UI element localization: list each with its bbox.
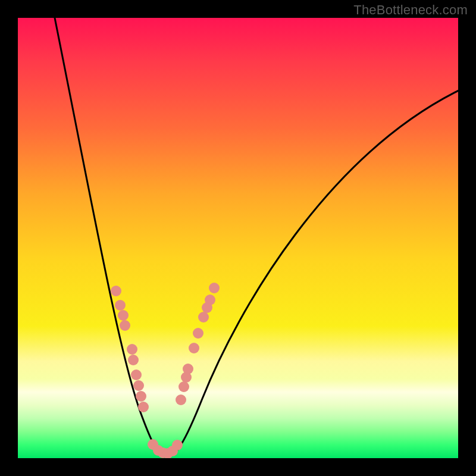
outer-frame: TheBottleneck.com xyxy=(0,0,476,476)
data-point xyxy=(131,369,142,380)
data-point xyxy=(209,283,220,293)
data-point xyxy=(138,402,149,412)
data-point xyxy=(118,310,129,321)
gradient-plot-area xyxy=(18,18,458,458)
dots-bottom-cluster xyxy=(148,439,183,458)
watermark-label: TheBottleneck.com xyxy=(353,2,468,18)
data-point xyxy=(189,343,199,353)
data-point xyxy=(128,355,139,365)
data-point xyxy=(193,328,203,339)
data-point xyxy=(181,372,192,383)
data-point xyxy=(176,394,186,405)
data-point xyxy=(111,286,121,296)
data-point xyxy=(133,380,144,391)
data-point xyxy=(172,440,183,450)
data-point xyxy=(136,391,146,402)
bottleneck-curve-svg xyxy=(18,18,458,458)
data-point xyxy=(202,302,212,313)
dots-right-branch xyxy=(176,283,220,405)
data-point xyxy=(115,300,126,311)
data-point xyxy=(198,312,209,322)
bottleneck-curve xyxy=(54,18,458,457)
data-point xyxy=(178,381,189,392)
data-point xyxy=(127,344,137,355)
dots-left-branch xyxy=(111,286,149,412)
data-point xyxy=(120,320,130,331)
